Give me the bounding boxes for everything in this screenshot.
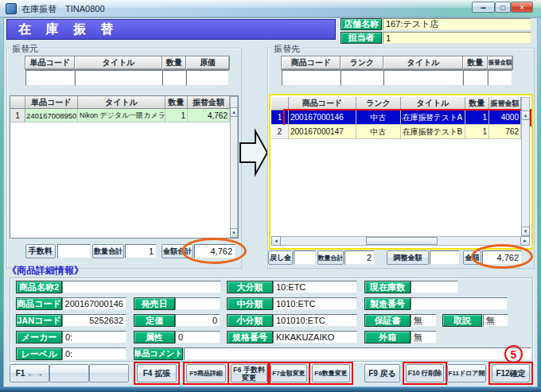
serial-field[interactable] bbox=[411, 297, 508, 310]
step-number-annotation: 5 bbox=[504, 345, 523, 363]
f9-button[interactable]: F9 戻る bbox=[364, 364, 400, 382]
f8-annotation-box bbox=[309, 362, 353, 385]
product-code-field[interactable]: 200167000146 bbox=[62, 297, 126, 310]
attribute-field[interactable]: 0 bbox=[175, 331, 220, 343]
spec-number-field[interactable]: KIKAKUZAIKO bbox=[273, 331, 357, 343]
f12-annotation-box bbox=[488, 362, 533, 385]
category-mid-label: 中分類 bbox=[227, 297, 273, 310]
outer-box-field[interactable]: 無 bbox=[411, 331, 437, 343]
jan-code-label: JANコード bbox=[16, 314, 62, 327]
dest-input-title[interactable] bbox=[383, 70, 463, 86]
selected-row-annotation bbox=[283, 109, 531, 126]
jan-code-field[interactable]: 5252632 bbox=[62, 314, 126, 327]
source-row-amount[interactable]: 4,762 bbox=[188, 109, 230, 122]
category-large-field[interactable]: 10:ETC bbox=[273, 281, 357, 293]
detail-section-title: 《商品詳細情報》 bbox=[7, 266, 84, 276]
source-input-title[interactable] bbox=[75, 70, 162, 86]
store-name-label: 店舗名称 bbox=[341, 18, 382, 30]
fee-field[interactable] bbox=[57, 244, 91, 258]
label-name-field[interactable]: 0: bbox=[62, 347, 126, 360]
adjust-amount-field[interactable] bbox=[430, 250, 460, 265]
dest-input-header-rank: ランク bbox=[341, 56, 383, 69]
dest-row-amount[interactable]: 762 bbox=[489, 125, 521, 139]
source-grid-vscroll[interactable] bbox=[230, 96, 238, 238]
product-code-label: 商品コード bbox=[16, 297, 62, 310]
dest-input-header-title: タイトル bbox=[383, 56, 463, 69]
name2-label: 商品名称2 bbox=[16, 281, 62, 293]
f1-button[interactable]: F1 ←→ bbox=[10, 364, 49, 382]
source-input-header-code: 単品コード bbox=[25, 56, 75, 69]
list-price-label: 定価 bbox=[134, 314, 175, 327]
f10-annotation-box bbox=[403, 362, 447, 385]
stock-field[interactable] bbox=[411, 281, 458, 293]
dest-input-qty[interactable] bbox=[463, 70, 488, 86]
release-date-label: 発売日 bbox=[134, 297, 175, 310]
dest-input-rank[interactable] bbox=[341, 70, 383, 86]
window-border-right bbox=[538, 17, 541, 387]
source-row-code[interactable]: 240167008950 bbox=[25, 109, 78, 122]
source-row-title[interactable]: Nikon デジタル一眼カメラ ... bbox=[78, 109, 165, 122]
manual-field[interactable]: 無 bbox=[483, 314, 508, 327]
close-button[interactable]: ✕ bbox=[511, 2, 533, 13]
dest-input-code[interactable] bbox=[282, 70, 341, 86]
dest-input-header-amount: 振替金額 bbox=[488, 56, 512, 69]
staff-field[interactable]: 1 bbox=[383, 32, 531, 44]
dest-panel-title: 振替先 bbox=[271, 43, 302, 55]
dest-row-code[interactable]: 200167000147 bbox=[289, 125, 356, 139]
dest-row-qty[interactable]: 1 bbox=[465, 125, 489, 139]
scroll-right-icon[interactable]: ► bbox=[520, 236, 530, 246]
f3-button[interactable] bbox=[89, 364, 129, 382]
source-panel-title: 振替元 bbox=[10, 43, 41, 55]
category-large-label: 大分類 bbox=[227, 281, 273, 293]
fee-button[interactable]: 手数料 bbox=[25, 244, 56, 258]
warranty-field[interactable]: 無 bbox=[411, 314, 437, 327]
store-name-field[interactable]: 167:テスト店 bbox=[383, 18, 531, 30]
staff-label: 担当者 bbox=[341, 32, 382, 44]
category-small-field[interactable]: 101010:ETC bbox=[273, 314, 357, 327]
source-grid-corner bbox=[10, 96, 25, 109]
f2-button[interactable] bbox=[49, 364, 89, 382]
source-input-qty[interactable] bbox=[162, 70, 186, 86]
source-input-cost[interactable] bbox=[186, 70, 229, 86]
scroll-down-icon[interactable]: ▼ bbox=[521, 227, 530, 236]
source-input-code[interactable] bbox=[25, 70, 75, 86]
dest-qty-total-label: 数量合計 bbox=[317, 250, 344, 265]
adjust-amount-button[interactable]: 調整金額 bbox=[387, 250, 429, 265]
maker-field[interactable]: 0: bbox=[62, 331, 126, 343]
minimize-button[interactable]: ▬ bbox=[472, 2, 495, 13]
list-price-field[interactable]: 0 bbox=[175, 314, 220, 327]
source-input-header-cost: 原価 bbox=[186, 56, 229, 69]
source-qty-total-label: 数量合計 bbox=[92, 244, 124, 258]
dest-row-rank[interactable]: 中古 bbox=[356, 125, 401, 139]
source-row-qty[interactable]: 1 bbox=[165, 109, 188, 122]
close-icon: ✕ bbox=[520, 4, 525, 11]
maximize-button[interactable]: ▢ bbox=[495, 2, 511, 13]
dest-row-number: 2 bbox=[271, 125, 289, 139]
hscroll-thumb[interactable] bbox=[366, 237, 438, 245]
scroll-down-icon[interactable]: ▼ bbox=[230, 228, 238, 238]
maximize-icon: ▢ bbox=[500, 4, 506, 11]
dest-input-amount[interactable] bbox=[488, 70, 512, 86]
f5-annotation-box bbox=[183, 362, 229, 385]
return-money-button[interactable]: 戻し金 bbox=[268, 250, 293, 265]
category-mid-field[interactable]: 1010:ETC bbox=[273, 297, 357, 310]
item-comment-field[interactable] bbox=[184, 347, 531, 360]
minimize-icon: ▬ bbox=[481, 5, 486, 10]
release-date-field[interactable] bbox=[175, 297, 220, 310]
f4-annotation-box bbox=[134, 362, 180, 385]
scroll-left-icon[interactable]: ◄ bbox=[271, 236, 281, 246]
dest-row-title[interactable]: 在庫振替テストB bbox=[401, 125, 465, 139]
outer-box-label: 外箱 bbox=[364, 331, 411, 343]
app-icon bbox=[6, 3, 17, 14]
return-money-field[interactable] bbox=[294, 250, 316, 265]
scroll-up-icon[interactable]: ▲ bbox=[230, 107, 238, 117]
f6-annotation-box bbox=[228, 362, 270, 385]
dest-qty-total-field: 2 bbox=[344, 250, 375, 265]
highlight-ellipse-dest-total bbox=[471, 244, 533, 269]
source-row-number: 1 bbox=[10, 109, 25, 122]
f11-button[interactable]: F11ドロア開 bbox=[447, 364, 486, 382]
attribute-label: 属性 bbox=[134, 331, 175, 343]
source-input-header-title: タイトル bbox=[75, 56, 162, 69]
name2-field[interactable] bbox=[62, 281, 221, 293]
scroll-up-icon[interactable]: ▲ bbox=[521, 111, 530, 120]
